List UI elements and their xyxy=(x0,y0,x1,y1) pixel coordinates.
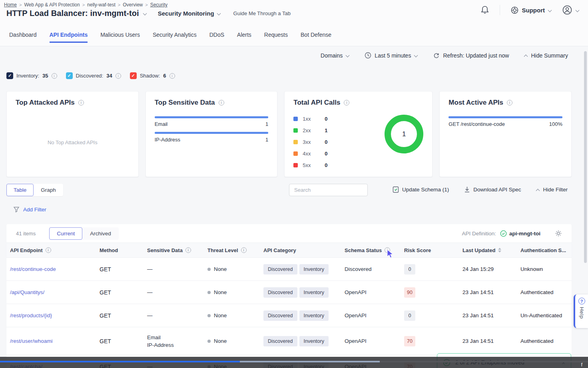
tab-security-analytics[interactable]: Security Analytics xyxy=(153,32,197,46)
info-icon[interactable] xyxy=(46,247,51,253)
domains-dropdown[interactable]: Domains xyxy=(321,52,349,59)
breadcrumb-security[interactable]: Security xyxy=(150,2,167,8)
download-api-spec-button[interactable]: Download API Spec xyxy=(464,186,521,193)
tab-requests[interactable]: Requests xyxy=(264,32,288,46)
view-toggle: Table Graph xyxy=(6,184,63,196)
add-filter-button[interactable]: Add Filter xyxy=(13,206,46,213)
api-definition-value[interactable]: api-mngt-toi xyxy=(500,230,540,237)
player-progress-buffer xyxy=(240,361,380,362)
sensitive-data-cell: — xyxy=(147,288,207,296)
col-method[interactable]: Method xyxy=(100,247,147,253)
main-tab-bar: Dashboard API Endpoints Malicious Users … xyxy=(0,25,588,46)
tab-bot-defense[interactable]: Bot Defense xyxy=(301,32,331,46)
category-badge: Discovered xyxy=(263,336,297,346)
question-mark-icon: ? xyxy=(578,298,585,304)
chevron-down-icon xyxy=(346,54,349,57)
col-sensitive-data[interactable]: Sensitive Data xyxy=(147,247,207,253)
tab-malicious-users[interactable]: Malicious Users xyxy=(100,32,140,46)
guide-me-link[interactable]: Guide Me Through a Tab xyxy=(233,10,291,16)
player-partial-text: f xyxy=(581,362,582,368)
method-cell: GET xyxy=(100,289,147,296)
category-badge: Discovered xyxy=(263,287,297,298)
info-icon[interactable] xyxy=(78,100,84,105)
tab-api-endpoints[interactable]: API Endpoints xyxy=(50,32,88,46)
api-endpoint-link[interactable]: /rest/products/{id} xyxy=(10,312,100,318)
gear-icon[interactable] xyxy=(555,230,562,237)
col-threat-level[interactable]: Threat Level xyxy=(207,247,263,253)
api-endpoint-link[interactable]: /rest/continue-code xyxy=(10,266,100,272)
breadcrumb-home[interactable]: Home xyxy=(4,2,17,8)
inventory-checkbox[interactable]: ✓ xyxy=(6,72,13,79)
api-endpoint-link[interactable]: /api/Quantitys/ xyxy=(10,289,100,295)
discovered-checkbox[interactable]: ✓ xyxy=(66,72,73,79)
table-row[interactable]: /rest/continue-code GET — None Discovere… xyxy=(6,258,572,281)
category-badge: Discovered xyxy=(263,264,297,275)
threat-level-cell: None xyxy=(207,338,263,344)
tab-dashboard[interactable]: Dashboard xyxy=(9,32,37,46)
archived-tab-button[interactable]: Archived xyxy=(82,227,119,240)
tab-ddos[interactable]: DDoS xyxy=(209,32,224,46)
info-icon[interactable] xyxy=(185,247,191,253)
donut-total: 1 xyxy=(402,130,406,138)
chevron-down-icon[interactable] xyxy=(143,12,147,15)
active-api-bar-row[interactable]: GET /rest/continue-code100% xyxy=(448,116,562,127)
hide-summary-toggle[interactable]: Hide Summary xyxy=(524,52,568,59)
clock-icon xyxy=(365,52,371,59)
player-progress-track[interactable] xyxy=(0,361,588,362)
graph-view-button[interactable]: Graph xyxy=(34,184,63,196)
api-endpoint-link[interactable]: /rest/user/whoami xyxy=(10,338,100,344)
update-schema-button[interactable]: Update Schema (1) xyxy=(393,186,449,193)
video-player-bar: f xyxy=(0,357,588,368)
bar-value: 1 xyxy=(265,121,268,127)
info-icon[interactable] xyxy=(169,73,175,79)
table-row[interactable]: /rest/user/whoami GET EmailIP-Address No… xyxy=(6,327,572,355)
help-tab[interactable]: ? Help xyxy=(574,294,588,328)
current-tab-button[interactable]: Current xyxy=(49,227,82,240)
col-last-updated[interactable]: Last Updated xyxy=(462,247,520,253)
authentication-cell: Authenticated xyxy=(520,338,572,344)
legend-value: 0 xyxy=(325,139,327,145)
col-api-category[interactable]: API Category xyxy=(263,247,345,253)
search-input[interactable] xyxy=(289,184,368,196)
sensitive-data-bar-row[interactable]: IP-Address1 xyxy=(155,132,269,143)
info-icon[interactable] xyxy=(52,73,57,79)
tab-alerts[interactable]: Alerts xyxy=(237,32,251,46)
filter-label: Inventory: xyxy=(16,73,39,79)
sensitive-data-bar-row[interactable]: Email1 xyxy=(155,116,269,127)
info-icon[interactable] xyxy=(116,73,121,79)
col-risk-score[interactable]: Risk Score xyxy=(404,247,462,253)
info-icon[interactable] xyxy=(507,100,512,105)
vertical-scrollbar[interactable] xyxy=(584,51,587,263)
monitoring-selector[interactable]: Security Monitoring xyxy=(158,10,221,17)
risk-score-badge: 0 xyxy=(404,310,415,321)
notifications-bell-icon[interactable] xyxy=(480,5,489,15)
threat-dot xyxy=(207,314,211,317)
breadcrumb-overview[interactable]: Overview xyxy=(123,2,143,8)
info-icon[interactable] xyxy=(344,100,349,105)
breadcrumb-separator: > xyxy=(145,2,147,7)
download-icon xyxy=(464,186,470,193)
table-view-button[interactable]: Table xyxy=(6,184,34,196)
filter-inventory: ✓ Inventory: 35 xyxy=(6,72,57,79)
breadcrumb-waap[interactable]: Web App & API Protection xyxy=(24,2,80,8)
hide-filter-toggle[interactable]: Hide Filter xyxy=(536,187,568,193)
bar xyxy=(155,116,269,118)
info-icon[interactable] xyxy=(241,247,247,253)
risk-score-badge: 70 xyxy=(404,336,415,346)
table-row[interactable]: /rest/products/{id} GET — None Discovere… xyxy=(6,304,572,327)
support-menu[interactable]: Support xyxy=(510,6,552,14)
chevron-up-icon xyxy=(536,188,540,191)
col-authentication[interactable]: Authentication S... xyxy=(520,247,572,253)
col-api-endpoint[interactable]: API Endpoint xyxy=(10,247,100,253)
account-menu[interactable] xyxy=(562,5,579,15)
user-avatar-icon xyxy=(562,5,572,15)
refresh-button[interactable]: Refresh: Updated just now xyxy=(433,52,509,59)
time-range-dropdown[interactable]: Last 5 minutes xyxy=(365,52,418,59)
legend-swatch-1xx xyxy=(293,117,298,121)
table-row[interactable]: /api/Quantitys/ GET — None DiscoveredInv… xyxy=(6,281,572,304)
filter-label: Discovered: xyxy=(76,73,104,79)
info-icon[interactable] xyxy=(219,100,224,105)
shadow-checkbox[interactable]: ✓ xyxy=(130,72,137,79)
breadcrumb-namespace[interactable]: nelly-waf-test xyxy=(87,2,116,8)
sort-icon[interactable] xyxy=(498,248,501,253)
